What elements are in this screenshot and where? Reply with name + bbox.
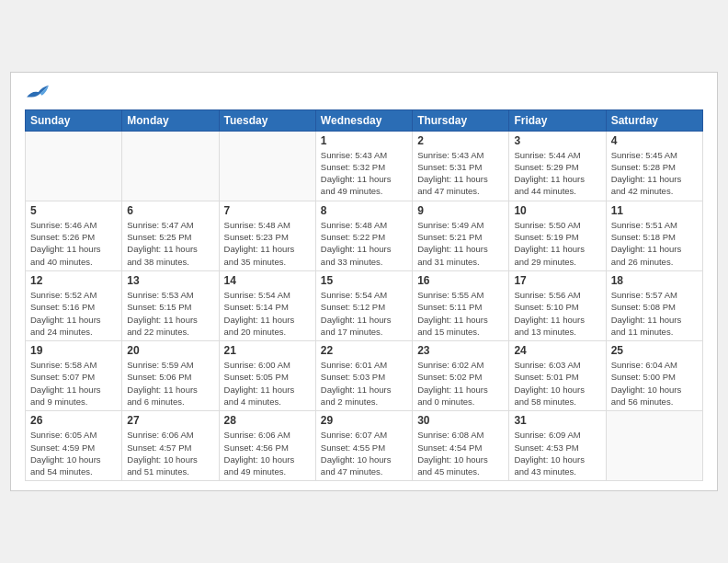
day-number: 15: [321, 274, 407, 287]
day-of-week-header: Saturday: [606, 109, 702, 131]
day-of-week-header: Wednesday: [315, 109, 412, 131]
day-info: Sunrise: 5:45 AMSunset: 5:28 PMDaylight:…: [611, 149, 698, 198]
calendar-cell: 17Sunrise: 5:56 AMSunset: 5:10 PMDayligh…: [509, 270, 606, 340]
day-number: 3: [514, 134, 600, 147]
calendar-cell: 18Sunrise: 5:57 AMSunset: 5:08 PMDayligh…: [606, 270, 702, 340]
day-number: 22: [321, 344, 407, 357]
day-of-week-header: Tuesday: [219, 109, 315, 131]
day-info: Sunrise: 5:57 AMSunset: 5:08 PMDaylight:…: [611, 289, 698, 338]
calendar-week-row: 12Sunrise: 5:52 AMSunset: 5:16 PMDayligh…: [26, 270, 703, 340]
day-info: Sunrise: 5:50 AMSunset: 5:19 PMDaylight:…: [514, 219, 600, 268]
day-of-week-header: Friday: [509, 109, 606, 131]
calendar-week-row: 26Sunrise: 6:05 AMSunset: 4:59 PMDayligh…: [26, 411, 703, 481]
calendar-cell: [122, 131, 219, 201]
day-number: 18: [611, 274, 698, 287]
day-of-week-header: Sunday: [26, 109, 122, 131]
day-number: 17: [514, 274, 600, 287]
day-info: Sunrise: 5:47 AMSunset: 5:25 PMDaylight:…: [127, 219, 213, 268]
day-number: 2: [417, 134, 504, 147]
day-number: 6: [127, 204, 213, 217]
calendar-cell: 24Sunrise: 6:03 AMSunset: 5:01 PMDayligh…: [509, 341, 606, 411]
day-info: Sunrise: 5:56 AMSunset: 5:10 PMDaylight:…: [514, 289, 600, 338]
day-number: 13: [127, 274, 213, 287]
calendar-cell: 14Sunrise: 5:54 AMSunset: 5:14 PMDayligh…: [219, 270, 315, 340]
day-number: 12: [30, 274, 117, 287]
day-number: 9: [417, 204, 504, 217]
calendar-cell: 3Sunrise: 5:44 AMSunset: 5:29 PMDaylight…: [509, 131, 606, 201]
day-number: 23: [417, 344, 504, 357]
day-number: 27: [127, 414, 213, 427]
calendar-cell: 19Sunrise: 5:58 AMSunset: 5:07 PMDayligh…: [26, 341, 122, 411]
day-info: Sunrise: 5:55 AMSunset: 5:11 PMDaylight:…: [417, 289, 504, 338]
calendar-cell: 31Sunrise: 6:09 AMSunset: 4:53 PMDayligh…: [509, 411, 606, 481]
calendar-cell: 2Sunrise: 5:43 AMSunset: 5:31 PMDaylight…: [413, 131, 509, 201]
day-info: Sunrise: 6:06 AMSunset: 4:57 PMDaylight:…: [127, 429, 213, 477]
calendar-cell: 4Sunrise: 5:45 AMSunset: 5:28 PMDaylight…: [606, 131, 702, 201]
day-number: 29: [321, 414, 407, 427]
calendar-cell: 13Sunrise: 5:53 AMSunset: 5:15 PMDayligh…: [122, 270, 219, 340]
day-number: 16: [417, 274, 504, 287]
day-info: Sunrise: 5:44 AMSunset: 5:29 PMDaylight:…: [514, 149, 600, 198]
logo-icon: [25, 82, 51, 102]
calendar-cell: 29Sunrise: 6:07 AMSunset: 4:55 PMDayligh…: [315, 411, 412, 481]
calendar-cell: 15Sunrise: 5:54 AMSunset: 5:12 PMDayligh…: [315, 270, 412, 340]
calendar-cell: 16Sunrise: 5:55 AMSunset: 5:11 PMDayligh…: [413, 270, 509, 340]
day-info: Sunrise: 6:08 AMSunset: 4:54 PMDaylight:…: [417, 429, 504, 477]
day-number: 19: [30, 344, 117, 357]
calendar-cell: 20Sunrise: 5:59 AMSunset: 5:06 PMDayligh…: [122, 341, 219, 411]
calendar-cell: [26, 131, 122, 201]
day-info: Sunrise: 5:51 AMSunset: 5:18 PMDaylight:…: [611, 219, 698, 268]
day-info: Sunrise: 5:48 AMSunset: 5:23 PMDaylight:…: [224, 219, 311, 268]
day-info: Sunrise: 5:54 AMSunset: 5:14 PMDaylight:…: [224, 289, 311, 338]
calendar-container: SundayMondayTuesdayWednesdayThursdayFrid…: [10, 72, 718, 492]
days-header-row: SundayMondayTuesdayWednesdayThursdayFrid…: [26, 109, 703, 131]
day-number: 30: [417, 414, 504, 427]
day-info: Sunrise: 6:06 AMSunset: 4:56 PMDaylight:…: [224, 429, 311, 477]
day-info: Sunrise: 5:46 AMSunset: 5:26 PMDaylight:…: [30, 219, 117, 268]
calendar-cell: 22Sunrise: 6:01 AMSunset: 5:03 PMDayligh…: [315, 341, 412, 411]
day-info: Sunrise: 5:52 AMSunset: 5:16 PMDaylight:…: [30, 289, 117, 338]
day-info: Sunrise: 6:03 AMSunset: 5:01 PMDaylight:…: [514, 359, 600, 408]
calendar-cell: 30Sunrise: 6:08 AMSunset: 4:54 PMDayligh…: [413, 411, 509, 481]
day-number: 5: [30, 204, 117, 217]
day-of-week-header: Monday: [122, 109, 219, 131]
calendar-cell: 5Sunrise: 5:46 AMSunset: 5:26 PMDaylight…: [26, 201, 122, 270]
day-info: Sunrise: 5:58 AMSunset: 5:07 PMDaylight:…: [30, 359, 117, 408]
day-info: Sunrise: 5:49 AMSunset: 5:21 PMDaylight:…: [417, 219, 504, 268]
calendar-cell: 25Sunrise: 6:04 AMSunset: 5:00 PMDayligh…: [606, 341, 702, 411]
day-number: 1: [321, 134, 407, 147]
day-number: 4: [611, 134, 698, 147]
calendar-cell: 9Sunrise: 5:49 AMSunset: 5:21 PMDaylight…: [413, 201, 509, 270]
day-info: Sunrise: 5:54 AMSunset: 5:12 PMDaylight:…: [321, 289, 407, 338]
day-number: 20: [127, 344, 213, 357]
calendar-table: SundayMondayTuesdayWednesdayThursdayFrid…: [25, 109, 703, 482]
calendar-cell: [606, 411, 702, 481]
day-number: 7: [224, 204, 311, 217]
calendar-cell: 8Sunrise: 5:48 AMSunset: 5:22 PMDaylight…: [315, 201, 412, 270]
calendar-cell: 1Sunrise: 5:43 AMSunset: 5:32 PMDaylight…: [315, 131, 412, 201]
calendar-cell: 26Sunrise: 6:05 AMSunset: 4:59 PMDayligh…: [26, 411, 122, 481]
calendar-cell: [219, 131, 315, 201]
calendar-week-row: 1Sunrise: 5:43 AMSunset: 5:32 PMDaylight…: [26, 131, 703, 201]
day-of-week-header: Thursday: [413, 109, 509, 131]
day-info: Sunrise: 5:53 AMSunset: 5:15 PMDaylight:…: [127, 289, 213, 338]
calendar-cell: 28Sunrise: 6:06 AMSunset: 4:56 PMDayligh…: [219, 411, 315, 481]
day-number: 24: [514, 344, 600, 357]
day-info: Sunrise: 5:59 AMSunset: 5:06 PMDaylight:…: [127, 359, 213, 408]
calendar-cell: 27Sunrise: 6:06 AMSunset: 4:57 PMDayligh…: [122, 411, 219, 481]
calendar-week-row: 19Sunrise: 5:58 AMSunset: 5:07 PMDayligh…: [26, 341, 703, 411]
calendar-cell: 11Sunrise: 5:51 AMSunset: 5:18 PMDayligh…: [606, 201, 702, 270]
day-number: 21: [224, 344, 311, 357]
day-info: Sunrise: 6:09 AMSunset: 4:53 PMDaylight:…: [514, 429, 600, 477]
day-number: 11: [611, 204, 698, 217]
day-info: Sunrise: 6:02 AMSunset: 5:02 PMDaylight:…: [417, 359, 504, 408]
calendar-header: [25, 82, 703, 102]
day-number: 25: [611, 344, 698, 357]
calendar-cell: 10Sunrise: 5:50 AMSunset: 5:19 PMDayligh…: [509, 201, 606, 270]
day-info: Sunrise: 5:43 AMSunset: 5:32 PMDaylight:…: [321, 149, 407, 198]
calendar-cell: 6Sunrise: 5:47 AMSunset: 5:25 PMDaylight…: [122, 201, 219, 270]
day-info: Sunrise: 6:05 AMSunset: 4:59 PMDaylight:…: [30, 429, 117, 477]
calendar-cell: 21Sunrise: 6:00 AMSunset: 5:05 PMDayligh…: [219, 341, 315, 411]
day-info: Sunrise: 6:01 AMSunset: 5:03 PMDaylight:…: [321, 359, 407, 408]
calendar-cell: 7Sunrise: 5:48 AMSunset: 5:23 PMDaylight…: [219, 201, 315, 270]
